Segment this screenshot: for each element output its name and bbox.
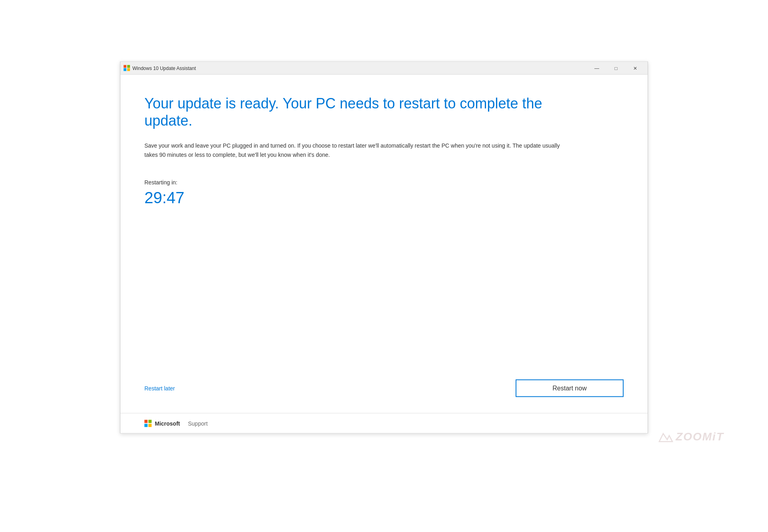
page-title: Your update is ready. Your PC needs to r…: [144, 95, 544, 129]
restarting-label: Restarting in:: [144, 179, 624, 186]
titlebar-title: Windows 10 Update Assistant: [132, 65, 196, 71]
maximize-button[interactable]: □: [607, 62, 625, 74]
close-button[interactable]: ✕: [626, 62, 644, 74]
titlebar: Windows 10 Update Assistant — □ ✕: [120, 62, 648, 75]
microsoft-logo: Microsoft: [144, 420, 180, 427]
footer-left: Restart later: [144, 385, 175, 392]
restart-later-link[interactable]: Restart later: [144, 385, 175, 392]
footer-actions: Restart later Restart now: [144, 372, 624, 401]
microsoft-label: Microsoft: [155, 420, 180, 426]
countdown-timer: 29:47: [144, 189, 624, 207]
minimize-button[interactable]: —: [588, 62, 606, 74]
titlebar-left: Windows 10 Update Assistant: [124, 65, 196, 71]
main-content: Your update is ready. Your PC needs to r…: [120, 75, 648, 413]
windows-logo-icon: [124, 65, 130, 71]
bottom-bar: Microsoft Support: [120, 413, 648, 433]
zoomit-text: ZOOMiT: [676, 430, 724, 443]
support-link[interactable]: Support: [188, 420, 208, 426]
description-text: Save your work and leave your PC plugged…: [144, 141, 564, 159]
restart-now-button[interactable]: Restart now: [516, 380, 624, 397]
microsoft-squares-icon: [144, 420, 152, 427]
footer-right: Restart now: [516, 380, 624, 397]
restarting-section: Restarting in: 29:47: [144, 179, 624, 207]
titlebar-controls: — □ ✕: [588, 62, 644, 74]
zoomit-watermark: ZOOMiT: [657, 430, 724, 444]
